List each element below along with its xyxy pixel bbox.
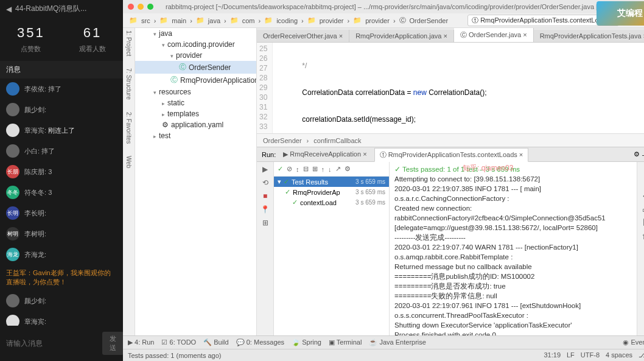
collapse-all-icon[interactable]: ⊞	[312, 165, 318, 173]
chat-stats: 351点赞数 61观看人数	[0, 18, 123, 61]
chat-item: 长明李长明:	[0, 203, 123, 223]
clear-icon[interactable]: 🗄	[641, 218, 644, 228]
line-ending[interactable]: LF	[567, 351, 575, 359]
status-bar: Tests passed: 1 (moments ago) 31:19 LF U…	[123, 349, 644, 361]
todo-tool-button[interactable]: ☑ 6: TODO	[161, 338, 196, 346]
avatar	[6, 294, 19, 307]
test-toolbar: ✓ ⊘ ↕ ⊟ ⊞ ↑ ↓ ↗ ⚙	[274, 162, 389, 177]
chat-input-area: 发送	[0, 326, 123, 361]
tab-ordersender[interactable]: Ⓒ OrderSender.java ×	[454, 28, 534, 43]
test-tree[interactable]: ✓ ⊘ ↕ ⊟ ⊞ ↑ ↓ ↗ ⚙ ▾✓Test Results3 s 659 …	[274, 162, 390, 335]
javaee-tool-button[interactable]: ☕ Java Enterprise	[369, 338, 426, 346]
sort-icon[interactable]: ↕	[296, 166, 299, 173]
left-tool-strip: 1: Project 7: Structure 2: Favorites Web	[123, 28, 135, 335]
test-app-row[interactable]: ✓RmqProviderAp3 s 659 ms	[274, 187, 389, 197]
event-log-button[interactable]: ◉ Event Log	[623, 338, 644, 346]
run-controls: ▶ ⟲ ■ 📍 ⊞	[257, 162, 274, 335]
web-tool[interactable]: Web	[125, 156, 132, 168]
avatar: 冬冬	[6, 186, 19, 199]
terminal-tool-button[interactable]: ▣ Terminal	[329, 338, 362, 346]
scroll-down-icon[interactable]: ↓	[641, 178, 644, 188]
toggle-icon[interactable]: ⟲	[261, 178, 270, 188]
close-icon[interactable]	[128, 4, 134, 10]
chat-item: 李依依: 摔了	[0, 79, 123, 99]
code-editor[interactable]: 25262728293031323334 */ CorrelationData …	[257, 43, 644, 133]
cursor-position[interactable]: 31:19	[544, 351, 561, 359]
editor-breadcrumb[interactable]: OrderSender›confirmCallback	[257, 133, 644, 147]
logo: 艾编程	[597, 1, 644, 26]
export-icon[interactable]: ↗	[335, 165, 341, 173]
build-tool-button[interactable]: 🔨 Build	[203, 338, 229, 346]
project-tree[interactable]: java com.icoding.provider provider Ⓒ Ord…	[135, 28, 257, 335]
chat-item: 冬冬符冬冬: 3	[0, 182, 123, 203]
tab-rmqapp[interactable]: RmqProviderApplication.java ×	[349, 30, 454, 42]
likes-count: 351	[17, 25, 45, 41]
chat-promo: 王益军：Gavin老师，我来围观你的直播啦，为你点赞！	[0, 265, 123, 290]
chat-item: 章海宾: 刚连上了	[0, 120, 123, 141]
chat-item: 海龙齐海龙:	[0, 244, 123, 265]
scroll-up-icon[interactable]: ↑	[641, 164, 644, 174]
status-text: Tests passed: 1 (moments ago)	[128, 352, 221, 359]
breadcrumb[interactable]: 📁src› 📁main› 📁java› 📁com› 📁icoding› 📁pro…	[128, 16, 449, 25]
run-tab-receive[interactable]: ▶ RmqReceiveApplication ×	[278, 149, 371, 160]
avatar: 海龙	[6, 248, 19, 261]
expand-icon[interactable]: ⊞	[261, 218, 270, 228]
run-panel: Run: ▶ RmqReceiveApplication × ⓣ RmqProv…	[257, 147, 644, 335]
messages-tool-button[interactable]: 💬 0: Messages	[236, 338, 284, 346]
watermark: 知乎: qiamen03	[463, 163, 513, 173]
expand-all-icon[interactable]: ⊟	[303, 165, 309, 173]
nav-up-icon[interactable]: ↑	[321, 166, 325, 173]
favorites-tool[interactable]: 2: Favorites	[125, 112, 132, 144]
chat-input[interactable]	[6, 339, 97, 348]
window-title: rabbitmq-project [~/Documents/ideaworksp…	[123, 0, 644, 13]
run-tab-tests[interactable]: ⓣ RmqProviderApplicationTests.contextLoa…	[374, 148, 529, 162]
ide-window: rabbitmq-project [~/Documents/ideaworksp…	[123, 0, 644, 361]
wrap-icon[interactable]: ↩	[641, 191, 644, 201]
avatar	[6, 144, 19, 158]
window-controls[interactable]	[128, 4, 153, 10]
rerun-icon[interactable]: ▶	[261, 164, 270, 174]
avatar	[6, 82, 19, 96]
avatar: 树明	[6, 227, 19, 240]
console-output[interactable]: 知乎: qiamen03 ✓ Tests passed: 1 of 1 test…	[390, 162, 637, 335]
chat-list[interactable]: 李依依: 摔了 颜少剑: 章海宾: 刚连上了 小白: 摔了 长朋陈庆朋: 3 冬…	[0, 79, 123, 326]
tab-orderreceiver[interactable]: OrderReceiverOther.java ×	[257, 30, 349, 42]
print-icon[interactable]: 🖶	[641, 205, 644, 214]
failed-filter-icon[interactable]: ⊘	[287, 165, 292, 173]
chat-section-header: 消息	[0, 61, 123, 79]
project-tool[interactable]: 1: Project	[125, 30, 132, 56]
tab-tests[interactable]: RmqProviderApplicationTests.java ×	[534, 30, 644, 42]
nav-down-icon[interactable]: ↓	[328, 166, 332, 173]
settings-icon[interactable]: ⚙	[345, 165, 351, 173]
chat-item: 颜少剑:	[0, 99, 123, 120]
chat-item: 颜少剑:	[0, 290, 123, 311]
gear-icon[interactable]: ⚙	[634, 150, 640, 158]
chat-item: 树明李树明:	[0, 223, 123, 244]
test-results-header[interactable]: ▾✓Test Results3 s 659 ms	[274, 177, 389, 187]
bottom-tool-bar: ▶ 4: Run ☑ 6: TODO 🔨 Build 💬 0: Messages…	[123, 335, 644, 349]
run-tool-button[interactable]: ▶ 4: Run	[128, 338, 154, 346]
passed-filter-icon[interactable]: ✓	[278, 165, 283, 173]
stop-icon[interactable]: ■	[261, 191, 270, 201]
avatar: 长明	[6, 206, 19, 220]
test-method-row[interactable]: ✓contextLoad3 s 659 ms	[274, 197, 389, 208]
run-tabs: Run: ▶ RmqReceiveApplication × ⓣ RmqProv…	[257, 147, 644, 162]
indent[interactable]: 4 spaces	[606, 351, 632, 359]
encoding[interactable]: UTF-8	[581, 351, 600, 359]
spring-tool-button[interactable]: 🍃 Spring	[292, 338, 321, 346]
minimize-icon[interactable]	[138, 4, 144, 10]
editor-area: OrderReceiverOther.java × RmqProviderApp…	[257, 28, 644, 335]
avatar	[6, 103, 19, 116]
trash-icon[interactable]: 🗑	[641, 231, 644, 241]
avatar	[6, 315, 19, 326]
git-icon[interactable]: ⎇	[639, 351, 644, 359]
maximize-icon[interactable]	[147, 4, 153, 10]
pin-icon[interactable]: 📍	[261, 205, 270, 214]
line-gutter: 25262728293031323334	[257, 43, 273, 133]
send-button[interactable]: 发送	[102, 332, 124, 355]
tree-ordersender[interactable]: Ⓒ OrderSender	[135, 61, 256, 74]
avatar	[6, 124, 19, 137]
viewers-count: 61	[79, 25, 106, 41]
chat-item: 长朋陈庆朋: 3	[0, 161, 123, 182]
structure-tool[interactable]: 7: Structure	[125, 68, 132, 100]
